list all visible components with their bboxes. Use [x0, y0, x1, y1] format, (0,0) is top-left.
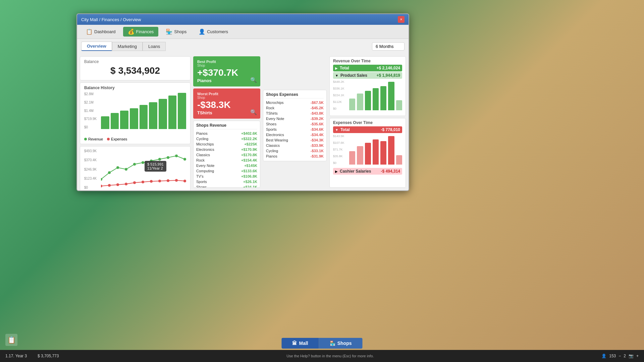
revenue-total-amount: +$ 2,146,024 — [377, 66, 400, 70]
best-profit-search-icon[interactable]: 🔍 — [250, 77, 257, 83]
best-profit-amount: +$370.7K — [197, 67, 256, 78]
product-sales-amount: +$ 1,944,819 — [377, 73, 400, 78]
shops-icon: 🏪 — [166, 28, 172, 35]
table-row: Shoes-$35.6K — [266, 121, 324, 127]
title-bar: City Mall / Finances / Overview × — [77, 14, 409, 25]
shops-expenses-title: Shops Expenses — [266, 92, 324, 99]
balance-amount: $ 3,534,902 — [84, 64, 186, 77]
exp-bar-3 — [365, 143, 371, 165]
table-row: Electronics+$170.9K — [196, 147, 257, 152]
product-sales-row: ▼ Product Sales +$ 1,944,819 — [333, 72, 402, 79]
legend-revenue-label: Revenue — [88, 137, 103, 141]
sub-tab-marketing[interactable]: Marketing — [112, 42, 143, 51]
sub-tab-loans[interactable]: Loans — [143, 42, 166, 51]
table-row: Shoes+$24.1K — [196, 184, 257, 188]
nav-tab-dashboard-label: Dashboard — [94, 29, 116, 34]
svg-point-1 — [108, 171, 111, 174]
rev-bar-4 — [373, 88, 379, 110]
nav-tab-customers-label: Customers — [207, 29, 228, 34]
content-area: Balance $ 3,534,902 Balance History $2.8… — [77, 54, 409, 190]
nav-tab-shops[interactable]: 🏪 Shops — [161, 27, 191, 37]
expenses-total-row: ▼ Total -$ 778,010 — [333, 126, 402, 133]
svg-point-21 — [183, 180, 186, 182]
shops-nav-label: Shops — [337, 341, 352, 346]
table-row: TV's+$106.8K — [196, 174, 257, 179]
svg-point-3 — [125, 168, 127, 171]
bottom-nav: 🏛 Mall 🏪 Shops — [281, 338, 362, 349]
svg-point-6 — [150, 160, 153, 162]
close-button[interactable]: × — [398, 16, 405, 23]
svg-point-5 — [142, 161, 144, 164]
bar-6 — [149, 102, 157, 129]
revenue-triangle-icon: ▶ — [335, 66, 338, 70]
table-row: Rock+$154.4K — [196, 158, 257, 163]
worst-profit-search-icon[interactable]: 🔍 — [250, 109, 257, 115]
svg-point-11 — [100, 185, 102, 187]
bar-chart — [84, 92, 186, 129]
svg-point-4 — [133, 163, 136, 166]
nav-tab-finances[interactable]: 💰 Finances — [123, 27, 159, 37]
camera-icon: 📷 — [629, 354, 634, 358]
legend-expenses-label: Expenses — [111, 137, 127, 141]
nav-tab-dashboard[interactable]: 📋 Dashboard — [81, 27, 120, 37]
breadcrumb: City Mall / Finances / Overview — [81, 17, 141, 22]
bottom-nav-mall[interactable]: 🏛 Mall — [281, 338, 319, 349]
months-dropdown[interactable]: 6 Months 3 Months 12 Months — [372, 42, 405, 51]
clipboard-button[interactable]: 📋 — [5, 334, 17, 346]
shops-nav-icon: 🏪 — [330, 341, 335, 346]
people-icon: 👤 — [601, 354, 606, 358]
sub-tabs-row: Overview Marketing Loans 6 Months 3 Mont… — [77, 39, 409, 54]
nav-tabs-row: 📋 Dashboard 💰 Finances 🏪 Shops 👤 Custome… — [77, 25, 409, 39]
expenses-chart-container: $143.5K $107.6K $71.7K $35.8K $0 — [333, 134, 402, 168]
help-text: Use the Help? button in the menu (Esc) f… — [286, 354, 374, 358]
money-amount: $ 3,705,773 — [38, 354, 59, 358]
table-row: Pianos-$31.9K — [266, 154, 324, 159]
best-profit-label: Best Profit — [197, 60, 256, 64]
table-row: Cycling+$322.2K — [196, 136, 257, 141]
bar-4 — [130, 108, 138, 129]
exp-bar-2 — [357, 146, 363, 165]
bestworst-panel: Best Profit Shop +$370.7K Pianos 🔍 Worst… — [193, 56, 260, 188]
balance-history-chart: $2.8M $2.1M $1.4M $719.9K $0 — [84, 92, 186, 136]
svg-point-15 — [133, 181, 136, 184]
shops-expenses-rows: Microchips-$67.5K Rock-$45.2K TShirts-$4… — [266, 100, 324, 159]
svg-point-2 — [116, 166, 119, 169]
rev-bar-5 — [380, 86, 386, 110]
svg-point-12 — [108, 184, 111, 187]
nav-tab-shops-label: Shops — [174, 29, 186, 34]
bottom-nav-shops[interactable]: 🏪 Shops — [319, 338, 363, 349]
best-profit-shop: Pianos — [197, 78, 256, 83]
finances-icon: 💰 — [128, 28, 135, 35]
table-row: Pianos+$402.6K — [196, 131, 257, 136]
worst-profit-card: Worst Profit Shop -$38.3K TShirts 🔍 — [193, 88, 260, 119]
svg-point-18 — [158, 180, 161, 182]
mall-nav-label: Mall — [299, 341, 308, 346]
rev-bar-6 — [388, 82, 394, 110]
sub-tab-overview[interactable]: Overview — [81, 42, 112, 51]
table-row: Cycling-$33.1K — [266, 148, 324, 154]
nav-tab-customers[interactable]: 👤 Customers — [194, 27, 233, 37]
chart-legend: Revenue Expenses — [84, 137, 186, 141]
expenses-total-amount: -$ 778,010 — [381, 127, 400, 132]
svg-point-14 — [125, 183, 127, 185]
expenses-triangle-icon: ▼ — [335, 128, 338, 132]
bar-7 — [159, 99, 167, 129]
plus-button[interactable]: + — [636, 354, 639, 358]
worst-profit-shop: TShirts — [197, 110, 256, 115]
table-row: Computing+$133.6K — [196, 168, 257, 174]
mall-nav-icon: 🏛 — [292, 341, 297, 346]
middle-area: Best Profit Shop +$370.7K Pianos 🔍 Worst… — [193, 56, 406, 188]
svg-point-10 — [183, 158, 186, 161]
bar-2 — [111, 113, 119, 129]
shops-expenses-panel: Shops Expenses Microchips-$67.5K Rock-$4… — [263, 90, 327, 161]
minus-button[interactable]: − — [619, 354, 621, 358]
best-profit-sublabel: Shop — [197, 64, 256, 67]
revenue-over-time-title: Revenue Over Time — [333, 59, 402, 63]
svg-point-9 — [175, 155, 178, 157]
balance-history-section: Balance History $2.8M $2.1M $1.4M $719.9… — [80, 82, 191, 144]
exp-bar-7 — [396, 155, 402, 165]
expenses-total-label: Total — [340, 127, 381, 132]
version-year: 1.17. Year 3 — [5, 354, 27, 358]
rev-bar-3 — [365, 91, 371, 110]
revenue-over-time-section: Revenue Over Time ▶ Total +$ 2,146,024 ▼… — [329, 56, 406, 116]
